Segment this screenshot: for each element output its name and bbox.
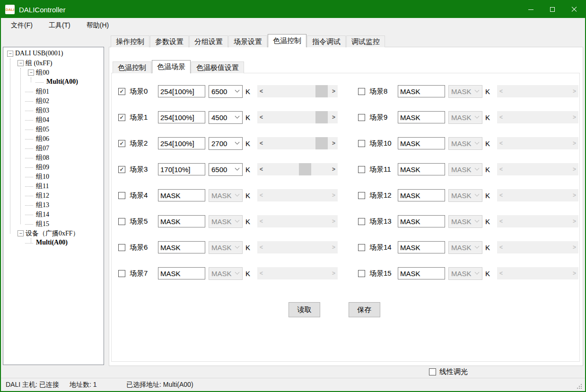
- scene-level-input[interactable]: [158, 267, 205, 279]
- color-temp-select[interactable]: MASK: [209, 215, 243, 228]
- scroll-right-arrow-icon[interactable]: >: [330, 111, 338, 123]
- scroll-left-arrow-icon[interactable]: <: [257, 85, 265, 97]
- color-temp-select[interactable]: 6500: [209, 85, 243, 98]
- scene-level-input[interactable]: [158, 163, 205, 175]
- linear-dimming-checkbox[interactable]: [429, 368, 436, 375]
- menu-item-file[interactable]: 文件(F): [5, 19, 39, 32]
- color-temp-scrollbar[interactable]: <>: [257, 111, 338, 123]
- tree-expand-icon[interactable]: −: [17, 60, 24, 66]
- scroll-left-arrow-icon[interactable]: <: [497, 241, 505, 253]
- tree-item[interactable]: −组00: [3, 68, 104, 78]
- main-tab-5[interactable]: 指令调试: [307, 35, 346, 47]
- color-temp-scrollbar[interactable]: <>: [497, 163, 578, 175]
- tree-item[interactable]: 组14: [3, 210, 104, 219]
- scroll-left-arrow-icon[interactable]: <: [497, 137, 505, 149]
- scroll-left-arrow-icon[interactable]: <: [497, 85, 505, 97]
- scene-checkbox[interactable]: [358, 270, 365, 277]
- scroll-right-arrow-icon[interactable]: >: [330, 267, 338, 279]
- color-temp-select[interactable]: 2700: [209, 137, 243, 150]
- scrollbar-thumb[interactable]: [315, 111, 328, 123]
- scene-checkbox[interactable]: [358, 140, 365, 147]
- tree-item[interactable]: 组06: [3, 134, 104, 144]
- scene-level-input[interactable]: [398, 111, 445, 123]
- color-temp-select[interactable]: MASK: [448, 85, 482, 98]
- scroll-right-arrow-icon[interactable]: >: [330, 241, 338, 253]
- scene-level-input[interactable]: [158, 111, 205, 123]
- color-temp-select[interactable]: MASK: [448, 215, 482, 228]
- scroll-right-arrow-icon[interactable]: >: [570, 241, 578, 253]
- scrollbar-track[interactable]: [265, 85, 330, 97]
- scene-level-input[interactable]: [158, 215, 205, 227]
- color-temp-select[interactable]: MASK: [448, 111, 482, 124]
- scrollbar-track[interactable]: [265, 215, 330, 227]
- scene-checkbox[interactable]: [358, 244, 365, 251]
- scroll-right-arrow-icon[interactable]: >: [330, 189, 338, 201]
- scrollbar-track[interactable]: [505, 241, 570, 253]
- color-temp-scrollbar[interactable]: <>: [257, 163, 338, 175]
- color-temp-select[interactable]: MASK: [209, 241, 243, 254]
- minimize-button[interactable]: [520, 1, 542, 18]
- sub-tab-1[interactable]: 色温场景: [152, 60, 191, 73]
- read-button[interactable]: 读取: [289, 302, 320, 317]
- scrollbar-track[interactable]: [265, 163, 330, 175]
- color-temp-scrollbar[interactable]: <>: [497, 267, 578, 279]
- main-tab-4[interactable]: 色温控制: [268, 34, 306, 47]
- color-temp-select[interactable]: MASK: [448, 189, 482, 202]
- color-temp-scrollbar[interactable]: <>: [497, 215, 578, 227]
- sub-tab-2[interactable]: 色温极值设置: [191, 61, 244, 73]
- scene-checkbox[interactable]: [358, 88, 365, 95]
- scene-level-input[interactable]: [398, 241, 445, 253]
- scroll-left-arrow-icon[interactable]: <: [497, 267, 505, 279]
- scrollbar-track[interactable]: [505, 111, 570, 123]
- main-tab-3[interactable]: 场景设置: [228, 35, 267, 47]
- scroll-right-arrow-icon[interactable]: >: [570, 189, 578, 201]
- tree-item[interactable]: 组15: [3, 219, 104, 229]
- scrollbar-track[interactable]: [265, 137, 330, 149]
- scroll-right-arrow-icon[interactable]: >: [570, 163, 578, 175]
- tree-item[interactable]: 组11: [3, 182, 104, 191]
- color-temp-select[interactable]: MASK: [209, 189, 243, 202]
- scene-checkbox[interactable]: [118, 218, 125, 225]
- color-temp-scrollbar[interactable]: <>: [257, 85, 338, 97]
- scroll-left-arrow-icon[interactable]: <: [257, 189, 265, 201]
- scene-level-input[interactable]: [398, 85, 445, 97]
- scene-checkbox[interactable]: [118, 270, 125, 277]
- tree-item[interactable]: 组12: [3, 191, 104, 200]
- scene-checkbox[interactable]: ✓: [118, 114, 125, 121]
- scrollbar-track[interactable]: [505, 85, 570, 97]
- tree-item[interactable]: 组04: [3, 115, 104, 125]
- scrollbar-track[interactable]: [505, 137, 570, 149]
- scroll-right-arrow-icon[interactable]: >: [570, 137, 578, 149]
- scroll-right-arrow-icon[interactable]: >: [570, 215, 578, 227]
- tree-item[interactable]: 组05: [3, 125, 104, 134]
- tree-expand-icon[interactable]: −: [7, 51, 13, 57]
- scene-checkbox[interactable]: ✓: [118, 88, 125, 95]
- scene-level-input[interactable]: [398, 137, 445, 149]
- color-temp-select[interactable]: 4500: [209, 111, 243, 124]
- tree-item[interactable]: 组01: [3, 87, 104, 96]
- scrollbar-track[interactable]: [505, 163, 570, 175]
- scrollbar-track[interactable]: [505, 267, 570, 279]
- scene-level-input[interactable]: [398, 267, 445, 279]
- scroll-right-arrow-icon[interactable]: >: [330, 85, 338, 97]
- tree-item[interactable]: 组08: [3, 153, 104, 163]
- scroll-right-arrow-icon[interactable]: >: [570, 111, 578, 123]
- color-temp-select[interactable]: MASK: [448, 267, 482, 280]
- color-temp-scrollbar[interactable]: <>: [497, 85, 578, 97]
- tree-item[interactable]: 组07: [3, 144, 104, 153]
- tree-item[interactable]: −组 (0xFF): [3, 59, 104, 68]
- color-temp-scrollbar[interactable]: <>: [497, 189, 578, 201]
- tree-item[interactable]: Multi(A00): [3, 78, 104, 87]
- scene-level-input[interactable]: [158, 137, 205, 149]
- color-temp-scrollbar[interactable]: <>: [257, 215, 338, 227]
- scene-level-input[interactable]: [398, 215, 445, 227]
- maximize-button[interactable]: [542, 1, 563, 18]
- scroll-left-arrow-icon[interactable]: <: [497, 215, 505, 227]
- main-tab-0[interactable]: 操作控制: [111, 35, 149, 47]
- scrollbar-track[interactable]: [265, 267, 330, 279]
- menu-item-tools[interactable]: 工具(T): [43, 19, 77, 32]
- scene-checkbox[interactable]: [358, 166, 365, 173]
- scrollbar-track[interactable]: [265, 189, 330, 201]
- scroll-left-arrow-icon[interactable]: <: [257, 111, 265, 123]
- scene-level-input[interactable]: [398, 163, 445, 175]
